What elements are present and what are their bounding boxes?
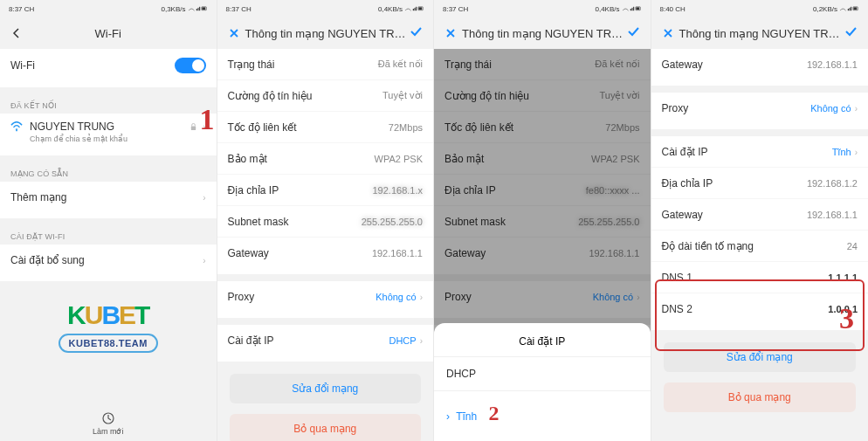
annotation-3: 3	[839, 302, 854, 335]
title-bar: Thông tin mạng NGUYEN TRU...	[434, 17, 651, 49]
row-dns1[interactable]: DNS 11.1.1.1	[651, 262, 869, 293]
row-link-speed: Tốc độ liên kết72Mbps	[217, 112, 434, 143]
svg-rect-18	[848, 9, 849, 10]
page-title: Thông tin mạng NGUYEN TRU...	[242, 27, 410, 40]
signal-icon	[623, 5, 642, 12]
svg-rect-0	[196, 9, 196, 10]
title-bar: Thông tin mạng NGUYEN TRU...	[217, 17, 434, 49]
svg-rect-19	[849, 8, 850, 10]
additional-settings-row[interactable]: Cài đặt bổ sung ›	[0, 245, 217, 276]
section-wifi-settings: CÀI ĐẶT WI-FI	[0, 225, 217, 245]
row-proxy[interactable]: ProxyKhông có›	[651, 93, 869, 124]
screen-wifi-list: 8:37 CH 0,3KB/s Wi-Fi Wi-Fi ĐÃ KẾT NỐI N…	[0, 0, 217, 441]
modify-network-button[interactable]: Sửa đổi mạng	[230, 374, 422, 403]
forget-network-button[interactable]: Bỏ qua mạng	[230, 414, 422, 441]
row-ip-settings[interactable]: Cài đặt IPTĩnh›	[651, 136, 869, 168]
page-title: Thông tin mạng NGUYEN TRU...	[676, 27, 844, 40]
row-security: Bảo mậtWPA2 PSK	[217, 143, 434, 175]
status-bar: 8:37 CH 0,4KB/s	[434, 0, 651, 17]
signal-icon	[405, 5, 424, 12]
sheet-option-dhcp[interactable]: DHCP	[434, 356, 651, 390]
status-speed: 0,3KB/s	[161, 5, 185, 13]
svg-rect-20	[851, 7, 851, 10]
page-title: Thông tin mạng NGUYEN TRU...	[458, 27, 626, 40]
wifi-icon	[10, 121, 23, 133]
row-status: Trạng tháiĐã kết nối	[217, 49, 434, 80]
refresh-button[interactable]: Làm mới	[0, 406, 217, 441]
sheet-option-static[interactable]: Tĩnh 2	[434, 390, 651, 436]
svg-rect-13	[630, 9, 630, 10]
svg-rect-2	[199, 7, 200, 10]
signal-icon	[189, 5, 208, 12]
svg-rect-6	[191, 126, 196, 130]
title-bar: Thông tin mạng NGUYEN TRU...	[651, 17, 869, 49]
network-hint: Chạm để chia sẻ mật khẩu	[10, 134, 206, 143]
confirm-button[interactable]	[626, 24, 642, 42]
sheet-title: Cài đặt IP	[434, 332, 651, 356]
row-prefix-length[interactable]: Độ dài tiền tố mạng24	[651, 231, 869, 262]
svg-rect-17	[636, 7, 639, 10]
screen-network-info-sheet: 8:37 CH 0,4KB/s Thông tin mạng NGUYEN TR…	[434, 0, 651, 441]
svg-rect-9	[414, 8, 415, 10]
add-network-row[interactable]: Thêm mạng ›	[0, 182, 217, 213]
status-bar: 8:40 CH 0,2KB/s	[651, 0, 869, 17]
row-ip-settings[interactable]: Cài đặt IPDHCP›	[217, 325, 434, 356]
row-subnet: Subnet mask255.255.255.0	[217, 206, 434, 238]
confirm-button[interactable]	[844, 24, 859, 42]
section-available: MẠNG CÓ SẴN	[0, 162, 217, 182]
row-proxy[interactable]: ProxyKhông có›	[217, 281, 434, 313]
title-bar: Wi-Fi	[0, 17, 217, 49]
page-title: Wi-Fi	[24, 27, 192, 40]
chevron-right-icon: ›	[855, 104, 858, 114]
svg-rect-10	[416, 7, 417, 10]
status-time: 8:37 CH	[9, 5, 34, 13]
svg-rect-22	[853, 7, 857, 10]
svg-rect-8	[413, 9, 414, 10]
svg-rect-1	[197, 8, 198, 10]
chevron-right-icon: ›	[203, 193, 205, 203]
status-bar: 8:37 CH 0,3KB/s	[0, 0, 217, 17]
close-button[interactable]	[660, 25, 676, 41]
svg-rect-14	[631, 8, 632, 10]
modify-network-button[interactable]: Sửa đổi mạng	[664, 342, 857, 372]
row-gateway: Gateway192.168.1.1	[217, 238, 434, 269]
lock-icon	[189, 123, 197, 131]
network-name: NGUYEN TRUNG	[30, 121, 183, 133]
screen-network-info-static: 8:40 CH 0,2KB/s Thông tin mạng NGUYEN TR…	[651, 0, 869, 441]
clock-icon	[101, 411, 115, 425]
forget-network-button[interactable]: Bỏ qua mạng	[664, 382, 857, 412]
svg-point-5	[16, 130, 17, 132]
close-button[interactable]	[226, 25, 242, 41]
wifi-toggle[interactable]	[175, 58, 206, 73]
annotation-2: 2	[488, 402, 499, 424]
close-button[interactable]	[443, 25, 458, 41]
svg-rect-4	[202, 7, 205, 10]
watermark-logo: KUBET KUBET88.TEAM	[0, 288, 217, 356]
watermark-team: KUBET88.TEAM	[59, 334, 158, 353]
wifi-toggle-label: Wi-Fi	[10, 59, 35, 72]
svg-rect-15	[633, 7, 634, 10]
chevron-right-icon: ›	[203, 256, 205, 265]
svg-rect-12	[418, 7, 422, 10]
status-bar: 8:37 CH 0,4KB/s	[217, 0, 434, 17]
annotation-1: 1	[200, 103, 215, 136]
row-ip: Địa chỉa IP192.168.1.x	[217, 175, 434, 206]
ip-settings-sheet: Cài đặt IP DHCP Tĩnh 2	[434, 323, 651, 441]
row-ip-address[interactable]: Địa chỉa IP192.168.1.2	[651, 168, 869, 199]
connected-network-row[interactable]: NGUYEN TRUNG › Chạm để chia sẻ mật khẩu	[0, 114, 217, 150]
row-dns2[interactable]: DNS 21.0.0.1	[651, 293, 869, 325]
confirm-button[interactable]	[409, 24, 424, 42]
chevron-right-icon: ›	[420, 293, 423, 302]
signal-icon	[840, 5, 859, 12]
screen-network-info-dhcp: 8:37 CH 0,4KB/s Thông tin mạng NGUYEN TR…	[217, 0, 435, 441]
chevron-right-icon: ›	[855, 148, 858, 157]
back-button[interactable]	[9, 25, 24, 41]
chevron-right-icon: ›	[420, 336, 423, 346]
row-gateway-top: Gateway192.168.1.1	[651, 49, 869, 80]
section-connected: ĐÃ KẾT NỐI	[0, 94, 217, 114]
row-gateway[interactable]: Gateway192.168.1.1	[651, 199, 869, 231]
row-signal: Cường độ tín hiệuTuyệt vời	[217, 80, 434, 112]
wifi-toggle-row[interactable]: Wi-Fi	[0, 49, 217, 82]
